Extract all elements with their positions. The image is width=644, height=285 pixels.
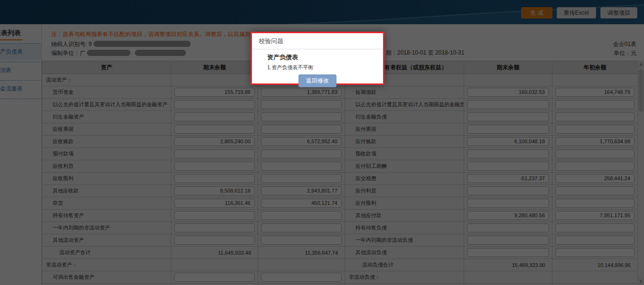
validation-dialog: 校验问题 资产负债表 1.资产负债表不平衡 返回修改 <box>251 32 384 85</box>
return-to-edit-button[interactable]: 返回修改 <box>299 74 336 87</box>
dialog-title: 校验问题 <box>252 33 383 46</box>
dialog-divider <box>252 49 383 49</box>
dialog-error-message: 1.资产负债表不平衡 <box>267 64 383 71</box>
dialog-report-name: 资产负债表 <box>267 53 383 62</box>
app-window: 生 成重传Excel调整项目 报表列表 资产负债表利润表现金流量表 注：原表与税… <box>0 0 644 285</box>
